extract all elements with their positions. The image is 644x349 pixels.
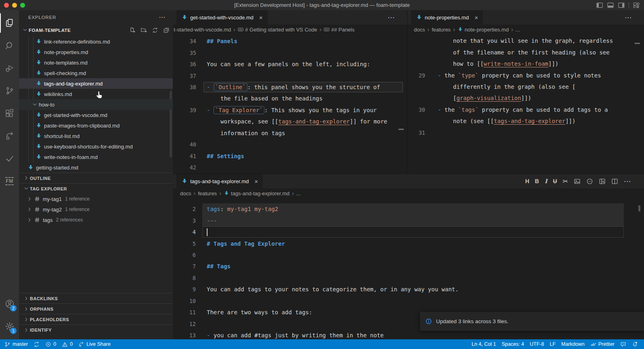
wikilink[interactable]: tags-and-tag-explorer [278,118,350,125]
tree-item-spell-checking.md[interactable]: spell-checking.md [19,68,173,78]
status-warnings[interactable]: 0 [59,339,76,349]
code-line-39[interactable]: 39- `Tag Explorer`: This shows you the t… [173,104,407,116]
status-eol[interactable]: LF [547,339,558,349]
emoji-icon[interactable] [586,178,593,185]
breadcrumb-item[interactable]: ... [296,190,301,196]
tree-item-paste-images-from-clipboard.md[interactable]: paste-images-from-clipboard.md [19,120,173,131]
activity-item-foam[interactable]: FM [0,171,19,191]
image-icon[interactable] [574,178,581,185]
bold-icon[interactable]: B [535,178,539,184]
code-line-4[interactable]: 4 [173,226,644,238]
new-file-icon[interactable] [129,27,136,33]
split-editor-icon[interactable] [611,178,618,185]
status-language-mode[interactable]: Markdown [558,339,587,349]
activity-item-settings[interactable]: 1 [0,317,19,336]
code-line-wrap[interactable]: the file based on the headings [173,93,407,104]
activity-item-explorer[interactable] [0,13,19,33]
breadcrumb-item[interactable]: t-started-with-vscode.md [174,27,231,33]
wikilink[interactable]: write-notes-in-foam [484,61,548,67]
status-sync[interactable] [31,339,42,349]
tree-item-note-templates.md[interactable]: note-templates.md [19,57,173,68]
code-line-wrap[interactable]: information on tags [173,127,407,139]
breadcrumb-item[interactable]: features [432,27,451,33]
editor-content[interactable]: 34## Panels3536You can see a few panels … [173,34,407,173]
editor-content[interactable]: note that you will see in the graph, reg… [407,34,644,173]
breadcrumb-item[interactable]: docs [180,190,191,196]
activity-item-extensions[interactable] [0,104,19,123]
more-actions-icon[interactable]: ⋯ [624,177,631,186]
activity-item-accounts[interactable]: 2 [0,294,19,313]
tab-tags-and-tag-explorer[interactable]: tags-and-tag-explorer.md × [176,174,263,188]
code-line-42[interactable]: 42 [173,162,407,173]
status-live-share[interactable]: Live Share [76,339,113,349]
code-line-38[interactable]: 38- `Outline`: this panel shows you the … [173,82,407,93]
close-tab-icon[interactable]: × [474,14,478,21]
tab-get-started-with-vscode[interactable]: get-started-with-vscode.md × [176,10,268,25]
code-line-7[interactable]: 7## Tags [173,261,644,272]
activity-item-debug[interactable] [0,59,19,78]
code-line-9[interactable]: 9You can add tags to your notes to categ… [173,284,644,295]
sidebar-section-identify[interactable]: IDENTIFY [19,324,173,335]
code-line-36[interactable]: 36You can see a few panels on the left, … [173,59,407,70]
tag-item-my-tag1[interactable]: my-tag11 reference [19,194,173,204]
status-formatter[interactable]: Prettier [587,339,617,349]
close-tab-icon[interactable]: × [259,14,263,21]
breadcrumb-item[interactable]: note-properties.md [457,27,509,33]
activity-item-scm[interactable] [0,81,19,100]
tree-item-tags-and-tag-explorer.md[interactable]: tags-and-tag-explorer.md [19,78,173,89]
sidebar-section-tag-explorer[interactable]: TAG EXPLORER [19,183,173,194]
sidebar-section-placeholders[interactable]: PLACEHOLDERS [19,314,173,324]
code-line-29[interactable]: 29- the `type` property can be used to s… [407,69,644,81]
tag-item-tags[interactable]: tags2 references [19,215,173,225]
code-line-wrap[interactable]: workspace, see [[tags-and-tag-explorer]]… [173,116,407,127]
code-line-37[interactable]: 37 [173,70,407,81]
zoom-window-button[interactable] [20,3,25,8]
breadcrumb-item[interactable]: abc# Getting started with VS Code [238,27,317,33]
tag-item-my-tag2[interactable]: my-tag21 reference [19,204,173,215]
code-line-13[interactable]: 13- you can add #tags just by writing th… [173,330,644,339]
code-line-3[interactable]: 3--- [173,215,644,226]
tree-item-wikilinks.md[interactable]: wikilinks.md [19,89,173,99]
status-indentation[interactable]: Spaces: 4 [499,339,527,349]
sidebar-section-orphans[interactable]: ORPHANS [19,303,173,314]
status-feedback[interactable] [617,339,629,349]
code-line-wrap[interactable]: differently in the graph (also see [ [407,81,644,92]
status-git-branch[interactable]: master [2,339,31,349]
code-line-wrap[interactable]: note that you will see in the graph, reg… [407,35,644,46]
activity-item-liveshare[interactable] [0,126,19,146]
italic-icon[interactable]: I [545,178,548,184]
code-line-41[interactable]: 41## Settings [173,150,407,161]
code-line-8[interactable]: 8 [173,272,644,284]
code-line-30[interactable]: 30- the `tags` property can be used to a… [407,104,644,115]
code-line-2[interactable]: 2tags: my-tag1 my-tag2 [173,203,644,215]
wikilink[interactable]: tags-and-tag-explorer [494,118,565,124]
status-errors[interactable]: 0 [42,339,59,349]
toggle-panel-icon[interactable] [607,2,614,9]
breadcrumb-item[interactable]: features [198,190,217,196]
sidebar-section-backlinks[interactable]: BACKLINKS [19,293,173,303]
strikethrough-icon[interactable]: U [553,178,557,184]
activity-item-search[interactable] [0,36,19,55]
sidebar-section-outline[interactable]: OUTLINE [19,173,173,183]
tree-item-shortcut-list.md[interactable]: shortcut-list.md [19,131,173,141]
tree-item-use-keyboard-shortcuts-for-editing.md[interactable]: use-keyboard-shortcuts-for-editing.md [19,141,173,152]
breadcrumb-item[interactable]: tags-and-tag-explorer.md [224,190,289,196]
tree-item-write-notes-in-foam.md[interactable]: write-notes-in-foam.md [19,152,173,162]
code-line-wrap[interactable]: note (see [[tags-and-tag-explorer]]) [407,115,644,127]
tab-note-properties[interactable]: note-properties.md × [411,10,483,25]
tree-item-getting-started.md[interactable]: getting-started.md [19,162,173,173]
snippet-icon[interactable]: ✂ [563,178,568,185]
notification-toast[interactable]: Updated 3 links across 3 files. [420,312,644,331]
tree-item-get-started-with-vscode.md[interactable]: get-started-with-vscode.md [19,110,173,120]
preview-icon[interactable] [599,178,606,185]
code-line-wrap[interactable]: how to [[write-notes-in-foam]]) [407,58,644,69]
code-line-35[interactable]: 35 [173,47,407,58]
heading-icon[interactable]: H [525,178,529,184]
new-folder-icon[interactable] [141,27,147,33]
code-line-wrap[interactable]: [graph-visualization]]) [407,92,644,104]
editor-more-actions-icon[interactable]: ⋯ [388,13,395,22]
status-notifications[interactable] [629,339,641,349]
minimize-window-button[interactable] [12,3,17,8]
code-line-34[interactable]: 34## Panels [173,36,407,47]
customize-layout-icon[interactable] [633,2,640,9]
